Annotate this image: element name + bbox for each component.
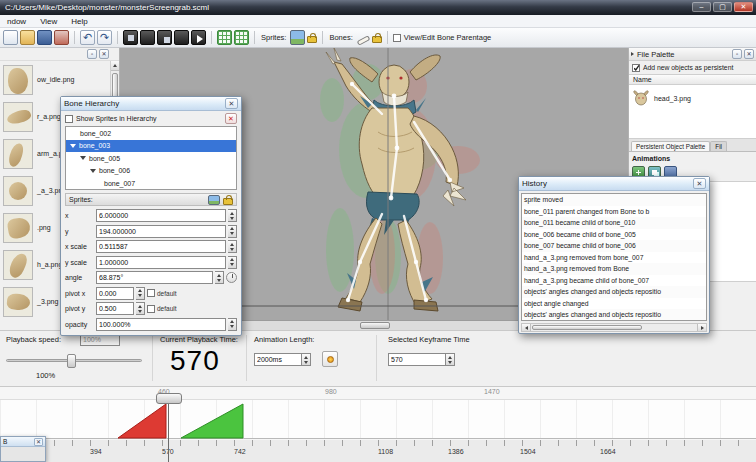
- docked-panel-titlebar[interactable]: B ✕: [1, 437, 45, 447]
- y-input[interactable]: [96, 225, 226, 238]
- snap-grid-icon[interactable]: [234, 30, 249, 45]
- close-icon[interactable]: ✕: [225, 98, 238, 109]
- yscale-input[interactable]: [96, 256, 226, 269]
- open-folder-icon[interactable]: [20, 30, 35, 45]
- spin-buttons[interactable]: [228, 318, 237, 331]
- tree-item-bone-007[interactable]: bone_007: [66, 177, 236, 190]
- minimize-button[interactable]: –: [692, 2, 711, 12]
- save-icon[interactable]: [37, 30, 52, 45]
- spin-buttons[interactable]: [228, 240, 237, 253]
- speed-slider-handle[interactable]: [67, 354, 76, 368]
- grid-icon[interactable]: [217, 30, 232, 45]
- bone-icon[interactable]: [356, 35, 370, 46]
- length-spin-buttons[interactable]: [302, 353, 311, 366]
- pivotx-default-checkbox[interactable]: [147, 289, 155, 297]
- file-item[interactable]: ow_idle.png: [0, 61, 119, 98]
- scroll-left-icon[interactable]: [522, 324, 531, 331]
- delete-bone-icon[interactable]: ✕: [225, 113, 237, 124]
- sprite-visibility-icon[interactable]: [208, 195, 220, 205]
- play-icon[interactable]: [191, 30, 206, 45]
- history-dialog[interactable]: History ✕ sprite moved bone_011 parent c…: [518, 176, 710, 334]
- onionskin-icon[interactable]: [174, 30, 189, 45]
- float-panel-icon[interactable]: ▫: [87, 49, 97, 59]
- history-titlebar[interactable]: History ✕: [519, 177, 709, 191]
- xscale-input[interactable]: [96, 240, 226, 253]
- keyframe-tick-label[interactable]: 1108: [378, 448, 393, 455]
- playhead-handle[interactable]: [156, 393, 182, 404]
- history-item[interactable]: bone_011 became child of bone_010: [522, 217, 706, 229]
- expander-icon[interactable]: [70, 144, 76, 148]
- new-file-icon[interactable]: [3, 30, 18, 45]
- menu-window[interactable]: ndow: [0, 17, 33, 26]
- close-panel-icon[interactable]: ✕: [99, 49, 109, 59]
- expander-icon[interactable]: [90, 169, 96, 173]
- keyframe-tick-label[interactable]: 1504: [520, 448, 536, 455]
- history-item[interactable]: objects' angles changed and objects repo…: [522, 309, 706, 321]
- menu-view[interactable]: View: [33, 17, 64, 26]
- keyframe-tick-label[interactable]: 742: [234, 448, 246, 455]
- tab-persistent-object-palette[interactable]: Persistent Object Palette: [631, 141, 710, 151]
- sprite-image-icon[interactable]: [290, 30, 305, 45]
- draworder-icon[interactable]: [123, 30, 138, 45]
- scroll-right-icon[interactable]: [697, 324, 706, 331]
- edit-length-button[interactable]: [322, 351, 338, 367]
- close-panel-icon[interactable]: ✕: [744, 49, 754, 59]
- animation-length-input[interactable]: [254, 353, 302, 366]
- z-order-icon[interactable]: [157, 30, 172, 45]
- scroll-up-icon[interactable]: [111, 61, 119, 71]
- title-bar[interactable]: C:/Users/Mike/Desktop/monster/monsterScr…: [0, 0, 756, 15]
- tree-item-bone-003[interactable]: bone_003: [66, 140, 236, 153]
- spin-buttons[interactable]: [215, 271, 224, 284]
- keyframe-time-input[interactable]: [388, 353, 446, 366]
- spin-buttons[interactable]: [228, 225, 237, 238]
- keyframe-spin-buttons[interactable]: [446, 353, 455, 366]
- history-item[interactable]: bone_007 became child of bone_006: [522, 240, 706, 252]
- history-item[interactable]: bone_006 became child of bone_005: [522, 229, 706, 241]
- menu-help[interactable]: Help: [64, 17, 94, 26]
- bones-lock-icon[interactable]: [372, 36, 382, 43]
- spin-buttons[interactable]: [228, 256, 237, 269]
- history-item[interactable]: sprite moved: [522, 194, 706, 206]
- palette-file-item[interactable]: head_3.png: [629, 85, 756, 111]
- bone-parentage-checkbox[interactable]: [393, 34, 401, 42]
- pivotx-input[interactable]: [96, 287, 134, 300]
- timeline[interactable]: 460 980 1470 202 394 570 742 1108 1386 1…: [0, 386, 756, 462]
- history-item[interactable]: objects' angles changed and objects repo…: [522, 286, 706, 298]
- pivoty-input[interactable]: [96, 302, 134, 315]
- show-sprites-checkbox[interactable]: [65, 115, 73, 123]
- keyframe-tick-label[interactable]: 1386: [448, 448, 464, 455]
- timeline-band[interactable]: [0, 399, 756, 439]
- close-button[interactable]: ✕: [734, 2, 753, 12]
- history-item[interactable]: hand_a_3.png removed from Bone: [522, 263, 706, 275]
- canvas-scrollbar-handle[interactable]: [360, 322, 390, 329]
- history-item[interactable]: bone_011 parent changed from Bone to b: [522, 206, 706, 218]
- x-input[interactable]: [96, 209, 226, 222]
- close-icon[interactable]: ✕: [34, 438, 43, 446]
- sprites-section-header[interactable]: Sprites:: [65, 193, 237, 206]
- tree-item-bone-005[interactable]: bone_005: [66, 152, 236, 165]
- expander-icon[interactable]: [80, 156, 86, 160]
- history-item[interactable]: hand_a_3.png removed from bone_007: [522, 252, 706, 264]
- maximize-button[interactable]: ▢: [713, 2, 732, 12]
- opacity-input[interactable]: [96, 318, 226, 331]
- keyframe-icon[interactable]: [140, 30, 155, 45]
- spin-buttons[interactable]: [228, 209, 237, 222]
- tree-item-bone-002[interactable]: bone_002: [66, 127, 236, 140]
- keyframe-tick-label[interactable]: 394: [90, 448, 102, 455]
- tab-file-palette[interactable]: Fil: [710, 141, 727, 151]
- float-panel-icon[interactable]: ▫: [732, 49, 742, 59]
- history-scrollbar[interactable]: [521, 323, 707, 332]
- playback-speed-slider[interactable]: [6, 359, 142, 362]
- timeline-ruler[interactable]: 202 394 570 742 1108 1386 1504 1664: [0, 440, 756, 462]
- history-item[interactable]: hand_a_3.png became child of bone_007: [522, 275, 706, 287]
- import-icon[interactable]: [54, 30, 69, 45]
- angle-input[interactable]: [96, 271, 213, 284]
- bone-hierarchy-titlebar[interactable]: Bone Hierarchy ✕: [61, 97, 241, 111]
- redo-icon[interactable]: ↷: [97, 30, 112, 45]
- spin-buttons[interactable]: [136, 287, 145, 300]
- tree-item-bone-006[interactable]: bone_006: [66, 165, 236, 178]
- name-column-header[interactable]: Name: [629, 74, 756, 85]
- sprites-lock-icon[interactable]: [307, 36, 317, 43]
- persistent-objects-checkbox[interactable]: [632, 64, 640, 72]
- history-item[interactable]: object angle changed: [522, 298, 706, 310]
